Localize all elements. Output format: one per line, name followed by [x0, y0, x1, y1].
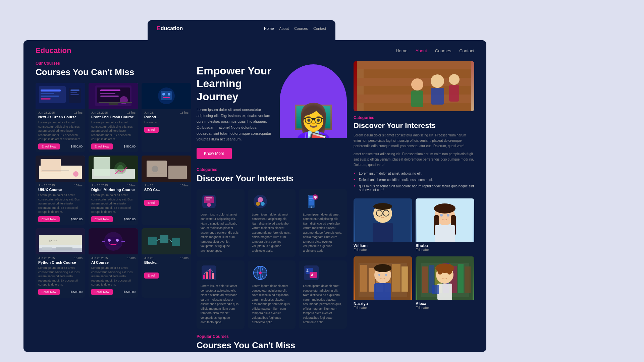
- svg-rect-38: [168, 166, 187, 179]
- course-price: $ 500.00: [124, 145, 136, 148]
- educator-photo-nazriya: [354, 256, 412, 300]
- educator-info-william: William Educator: [354, 242, 412, 253]
- educator-photo-william: [354, 198, 412, 242]
- svg-rect-14: [100, 89, 120, 91]
- course-card-blockchain: Jun 23, 15 hrs Blockc... Enroll: [142, 228, 191, 298]
- svg-point-143: [374, 264, 391, 272]
- course-name: SEO Cr...: [142, 188, 191, 193]
- course-desc: Lorem ipsum dolor sit amet consectetur a…: [36, 120, 85, 143]
- small-nav-home[interactable]: Home: [264, 26, 274, 31]
- course-price: $ 500.00: [71, 290, 83, 294]
- svg-rect-140: [392, 264, 400, 292]
- popular-title: Courses You Can't Miss: [197, 340, 347, 351]
- cat-desc-right: Lorem ipsum dolor sit amet consectetur a…: [354, 133, 474, 149]
- svg-rect-74: [309, 200, 312, 201]
- course-name: Blockc...: [142, 260, 191, 266]
- svg-rect-136: [360, 265, 367, 292]
- svg-rect-120: [373, 223, 393, 242]
- educator-photo-alexa: [416, 256, 474, 300]
- enroll-seo-btn[interactable]: Enroll: [144, 200, 159, 206]
- course-date: Jun 23,2025: [91, 256, 108, 260]
- enroll-ai-btn[interactable]: Enroll Now: [91, 289, 113, 295]
- interest-desc: Lorem ipsum dolor sit amet consectetur a…: [252, 213, 292, 253]
- small-nav-about[interactable]: About: [279, 26, 289, 31]
- middle-panel: Empower Your Learning Journey Lorem ipsu…: [190, 61, 354, 352]
- nav-about[interactable]: About: [416, 48, 427, 53]
- course-price: $ 500.00: [124, 290, 136, 294]
- enroll-dm-btn[interactable]: Enroll Now: [91, 216, 113, 222]
- enroll-python-btn[interactable]: Enroll Now: [38, 289, 60, 295]
- hero-desc: Lorem ipsum dolor sit amet consectetur a…: [197, 107, 273, 142]
- nav-home[interactable]: Home: [396, 48, 408, 53]
- educator-role-shoba: Educator: [416, 248, 474, 252]
- svg-rect-64: [206, 199, 210, 200]
- nav-courses[interactable]: Courses: [435, 48, 451, 53]
- svg-rect-161: [437, 284, 452, 300]
- interest-card-lang: A A Lorem ipsum dolor sit amet consectet…: [299, 260, 347, 329]
- hero-image: 👩‍🏫: [280, 64, 347, 138]
- svg-point-132: [447, 214, 449, 217]
- enroll-ux-btn[interactable]: Enroll Now: [38, 216, 60, 222]
- course-hours: 15 hrs: [127, 184, 136, 187]
- course-date: Jun 23,2025: [91, 111, 108, 114]
- interest-desc: Lorem ipsum dolor sit amet consectetur a…: [201, 284, 240, 325]
- interest-card-web: Lorem ipsum dolor sit amet consectetur a…: [248, 260, 296, 329]
- educator-name-alexa: Alexa: [416, 301, 474, 306]
- svg-rect-113: [431, 88, 444, 105]
- svg-point-146: [385, 274, 387, 276]
- educator-name-shoba: Shoba: [416, 243, 474, 248]
- cat-list-item-1: Lorem ipsum dolor sit amet, adipiscing e…: [354, 170, 474, 177]
- svg-point-112: [431, 74, 444, 88]
- svg-point-23: [168, 93, 170, 96]
- main-nav-links: Home About Courses Contact: [396, 48, 474, 53]
- educator-photo-shoba: [416, 198, 474, 242]
- enroll-nextjs-btn[interactable]: Enroll Now: [38, 143, 60, 149]
- educators-grid: William Educator: [354, 198, 474, 311]
- course-date: Jun 23,: [144, 111, 154, 114]
- small-nav-courses[interactable]: Courses: [294, 26, 308, 31]
- cat-list-item-2: Delecti animi error cupiditate nulla ess…: [354, 177, 474, 183]
- course-price: $ 500.00: [71, 145, 83, 148]
- svg-point-66: [258, 197, 263, 202]
- svg-rect-162: [432, 285, 439, 294]
- interest-card-mobile: Lorem ipsum dolor sit amet consectetur a…: [299, 189, 347, 257]
- enroll-blockchain-btn[interactable]: Enroll: [144, 273, 159, 279]
- course-date: Jun 23,: [144, 256, 154, 260]
- svg-rect-130: [435, 225, 455, 242]
- hero-title: Empower Your Learning Journey: [197, 64, 273, 103]
- educator-role-alexa: Educator: [416, 306, 474, 310]
- course-desc: Lorem ipsum dolor sit amet consectetur a…: [89, 120, 138, 143]
- educator-card-shoba: Shoba Educator: [416, 198, 474, 253]
- course-hours: 15 hrs: [180, 184, 189, 187]
- course-name: Front End Crash Course: [89, 115, 138, 120]
- interest-icon-web: [252, 264, 269, 281]
- cat-list-item-3: quis minus deseunt fugit aut dolore haru…: [354, 183, 474, 193]
- svg-rect-16: [100, 96, 119, 97]
- interest-desc: Lorem ipsum dolor sit amet consectetur a…: [303, 284, 343, 325]
- enroll-robot-btn[interactable]: Enroll: [144, 127, 159, 133]
- course-price: $ 500.00: [71, 218, 83, 221]
- main-content: Our Courses Courses You Can't Miss: [23, 61, 486, 352]
- popular-section: Popular Courses Courses You Can't Miss: [197, 334, 347, 352]
- svg-point-22: [162, 93, 165, 96]
- small-nav-contact[interactable]: Contact: [313, 26, 326, 31]
- interest-icon-analytics: [201, 264, 217, 281]
- svg-rect-4: [41, 96, 59, 97]
- interest-desc: Lorem ipsum dolor sit amet consectetur a…: [252, 284, 292, 325]
- nav-contact[interactable]: Contact: [459, 48, 474, 53]
- svg-rect-3: [41, 93, 54, 94]
- educator-info-shoba: Shoba Educator: [416, 242, 474, 253]
- svg-rect-44: [42, 247, 52, 250]
- course-date: Jun 23,: [144, 184, 154, 187]
- know-more-btn[interactable]: Know More: [197, 148, 232, 159]
- svg-rect-73: [309, 198, 313, 199]
- svg-rect-63: [206, 197, 212, 198]
- svg-text:A: A: [306, 269, 309, 273]
- svg-rect-76: [315, 198, 316, 199]
- course-name: UI/UX Course: [36, 188, 85, 193]
- interest-card-design: Lorem ipsum dolor sit amet consectetur a…: [197, 189, 245, 257]
- right-panel: Categories Discover Your Interests Lorem…: [354, 61, 474, 352]
- enroll-frontend-btn[interactable]: Enroll Now: [91, 143, 113, 149]
- interest-icon-design: [201, 193, 217, 210]
- svg-rect-45: [56, 247, 72, 250]
